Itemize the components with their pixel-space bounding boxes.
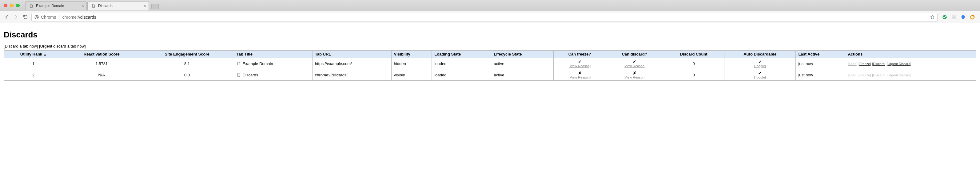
toggle-link[interactable]: [Toggle]	[727, 75, 793, 79]
chrome-scheme-icon	[34, 15, 39, 20]
cell-reactivation-score: N/A	[63, 69, 140, 81]
discards-table: Utility Rank Reactivation Score Site Eng…	[4, 50, 976, 81]
minimize-window-button[interactable]	[10, 4, 14, 7]
page-icon	[29, 4, 33, 8]
col-discard-count[interactable]: Discard Count	[663, 50, 724, 58]
discard-tab-now-link[interactable]: [Discard a tab now]	[4, 44, 38, 49]
page-heading: Discards	[4, 30, 976, 39]
cell-loading-state: loaded	[432, 69, 491, 81]
col-can-freeze[interactable]: Can freeze?	[554, 50, 606, 58]
svg-point-6	[955, 17, 955, 17]
col-tab-url[interactable]: Tab URL	[312, 50, 391, 58]
col-loading-state[interactable]: Loading State	[432, 50, 491, 58]
cell-visibility: hidden	[391, 58, 432, 69]
extension-generic-icon[interactable]	[951, 14, 957, 20]
toggle-link[interactable]: [Toggle]	[727, 64, 793, 68]
urgent-discard-action[interactable]: [Urgent Discard]	[887, 62, 911, 66]
cell-utility-rank: 2	[4, 69, 63, 81]
quick-action-row: [Discard a tab now] [Urgent discard a ta…	[4, 44, 976, 49]
cell-lifecycle-state: active	[491, 58, 554, 69]
forward-button[interactable]	[13, 14, 19, 20]
cell-can-discard: ✘[View Reason]	[606, 69, 663, 81]
view-reason-link[interactable]: [View Reason]	[608, 75, 660, 79]
discard-action: [Discard]	[872, 73, 885, 77]
urgent-discard-action: [Urgent Discard]	[887, 73, 911, 77]
col-auto-discardable[interactable]: Auto Discardable	[724, 50, 795, 58]
cell-site-engagement: 8.1	[140, 58, 234, 69]
cell-tab-url: https://example.com/	[312, 58, 391, 69]
cell-tab-title: Discards	[234, 69, 312, 81]
cell-actions: [Load][Freeze][Discard][Urgent Discard]	[845, 58, 976, 69]
freeze-action: [Freeze]	[859, 73, 871, 77]
table-row: 2N/A0.0Discardschrome://discards/visible…	[4, 69, 976, 81]
page-content: Discards [Discard a tab now] [Urgent dis…	[0, 23, 980, 81]
col-can-discard[interactable]: Can discard?	[606, 50, 663, 58]
page-icon	[237, 73, 241, 77]
col-last-active[interactable]: Last Active	[796, 50, 845, 58]
page-icon	[91, 4, 95, 8]
cell-last-active: just now	[796, 58, 845, 69]
close-tab-icon[interactable]: ×	[144, 3, 146, 8]
cell-last-active: just now	[796, 69, 845, 81]
extension-orange-ring-icon[interactable]	[970, 14, 975, 20]
cell-can-freeze: ✔[View Reason]	[554, 58, 606, 69]
col-utility-rank[interactable]: Utility Rank	[4, 50, 63, 58]
address-scheme-label: Chrome	[41, 15, 56, 20]
tab-title: Example Domain	[36, 4, 64, 8]
discard-action[interactable]: [Discard]	[872, 62, 885, 66]
tab-title: Discards	[98, 4, 113, 8]
freeze-action[interactable]: [Freeze]	[859, 62, 871, 66]
view-reason-link[interactable]: [View Reason]	[608, 64, 660, 68]
load-action: [Load]	[848, 62, 857, 66]
close-window-button[interactable]	[4, 4, 7, 7]
cell-visibility: visible	[391, 69, 432, 81]
svg-point-5	[953, 17, 954, 17]
bookmark-star-icon[interactable]	[930, 15, 935, 20]
cell-can-discard: ✔[View Reason]	[606, 58, 663, 69]
address-url: chrome://discards	[62, 15, 96, 20]
view-reason-link[interactable]: [View Reason]	[556, 75, 603, 79]
cell-discard-count: 0	[663, 58, 724, 69]
tab-strip: Example Domain×Discards×	[25, 0, 159, 10]
toolbar: Chrome | chrome://discards	[0, 11, 980, 23]
cell-lifecycle-state: active	[491, 69, 554, 81]
titlebar: Example Domain×Discards×	[0, 0, 980, 11]
col-site-engagement[interactable]: Site Engagement Score	[140, 50, 234, 58]
cell-tab-title: Example Domain	[234, 58, 312, 69]
extension-shield-icon[interactable]	[960, 14, 966, 20]
browser-tab[interactable]: Discards×	[88, 1, 149, 10]
col-lifecycle-state[interactable]: Lifecycle State	[491, 50, 554, 58]
col-actions[interactable]: Actions	[845, 50, 976, 58]
cell-reactivation-score: 1.5781	[63, 58, 140, 69]
cell-auto-discardable: ✔[Toggle]	[724, 58, 795, 69]
close-tab-icon[interactable]: ×	[81, 3, 84, 8]
load-action: [Load]	[848, 73, 857, 77]
back-button[interactable]	[4, 14, 10, 20]
window-controls	[4, 4, 20, 7]
urgent-discard-tab-now-link[interactable]: [Urgent discard a tab now]	[39, 44, 86, 49]
maximize-window-button[interactable]	[16, 4, 20, 7]
extension-icons	[941, 14, 976, 20]
table-row: 11.57818.1Example Domainhttps://example.…	[4, 58, 976, 69]
col-tab-title[interactable]: Tab Title	[234, 50, 312, 58]
cell-utility-rank: 1	[4, 58, 63, 69]
cell-auto-discardable: ✔[Toggle]	[724, 69, 795, 81]
col-reactivation-score[interactable]: Reactivation Score	[63, 50, 140, 58]
new-tab-button[interactable]	[151, 4, 159, 9]
table-header-row: Utility Rank Reactivation Score Site Eng…	[4, 50, 976, 58]
cell-can-freeze: ✘[View Reason]	[554, 69, 606, 81]
cell-loading-state: loaded	[432, 58, 491, 69]
cell-site-engagement: 0.0	[140, 69, 234, 81]
browser-chrome: Example Domain×Discards× Chrome | chrome…	[0, 0, 980, 23]
extension-green-check-icon[interactable]	[942, 14, 947, 20]
page-icon	[237, 61, 241, 66]
col-visibility[interactable]: Visibility	[391, 50, 432, 58]
view-reason-link[interactable]: [View Reason]	[556, 64, 603, 68]
address-bar[interactable]: Chrome | chrome://discards	[31, 13, 937, 22]
svg-point-4	[953, 17, 953, 17]
cell-tab-url: chrome://discards/	[312, 69, 391, 81]
browser-tab[interactable]: Example Domain×	[25, 1, 87, 10]
cell-discard-count: 0	[663, 69, 724, 81]
cell-actions: [Load][Freeze][Discard][Urgent Discard]	[845, 69, 976, 81]
reload-button[interactable]	[22, 14, 28, 20]
